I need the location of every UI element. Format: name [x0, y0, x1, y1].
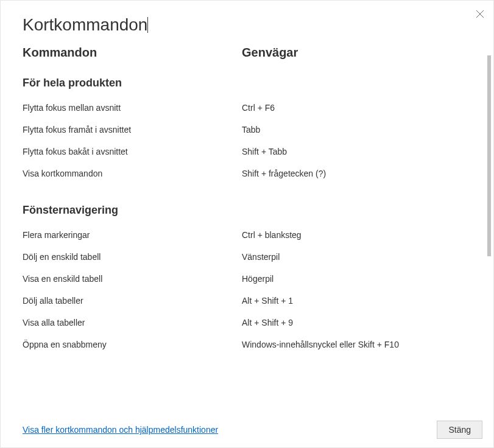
- shortcut-label: Vänsterpil: [242, 252, 280, 262]
- shortcut-label: Alt + Shift + 1: [242, 296, 293, 306]
- command-label: Visa alla tabeller: [23, 318, 242, 327]
- command-label: Dölj alla tabeller: [23, 296, 242, 306]
- command-label: Flytta fokus framåt i avsnittet: [23, 125, 242, 135]
- shortcut-row: Öppna en snabbmenyWindows-innehållsnycke…: [23, 340, 471, 349]
- shortcut-row: Dölj alla tabellerAlt + Shift + 1: [23, 296, 471, 306]
- shortcut-row: Flytta fokus bakåt i avsnittetShift + Ta…: [23, 147, 471, 156]
- command-label: Flytta fokus bakåt i avsnittet: [23, 147, 242, 156]
- shortcut-label: Shift + Tabb: [242, 147, 287, 156]
- column-headers: Kommandon Genvägar: [23, 46, 471, 77]
- more-shortcuts-link[interactable]: Visa fler kortkommandon och hjälpmedelsf…: [23, 425, 218, 435]
- shortcut-row: Dölj en enskild tabellVänsterpil: [23, 252, 471, 262]
- dialog-content: Kortkommandon Kommandon Genvägar För hel…: [1, 1, 493, 412]
- shortcuts-column-header: Genvägar: [242, 46, 471, 60]
- command-label: Dölj en enskild tabell: [23, 252, 242, 262]
- shortcut-label: Windows-innehållsnyckel eller Skift + F1…: [242, 340, 399, 349]
- section-header: Fönsternavigering: [23, 204, 471, 217]
- command-label: Öppna en snabbmeny: [23, 340, 242, 349]
- shortcut-row: Visa kortkommandonShift + frågetecken (?…: [23, 169, 471, 178]
- commands-column-header: Kommandon: [23, 46, 242, 60]
- scrollbar[interactable]: [487, 55, 491, 256]
- shortcut-section: FönsternavigeringFlera markeringarCtrl +…: [23, 204, 471, 349]
- section-header: För hela produkten: [23, 77, 471, 89]
- command-label: Visa en enskild tabell: [23, 274, 242, 284]
- dialog-footer: Visa fler kortkommandon och hjälpmedelsf…: [1, 412, 493, 447]
- shortcut-row: Visa en enskild tabellHögerpil: [23, 274, 471, 284]
- shortcut-label: Alt + Shift + 9: [242, 318, 293, 327]
- shortcut-section: För hela produktenFlytta fokus mellan av…: [23, 77, 471, 178]
- command-label: Visa kortkommandon: [23, 169, 242, 178]
- shortcut-label: Ctrl + F6: [242, 103, 275, 113]
- close-button[interactable]: Stäng: [437, 421, 482, 439]
- shortcut-label: Shift + frågetecken (?): [242, 169, 326, 178]
- dialog-title: Kortkommandon: [23, 15, 147, 35]
- command-label: Flera markeringar: [23, 230, 242, 240]
- shortcut-row: Visa alla tabellerAlt + Shift + 9: [23, 318, 471, 327]
- shortcut-label: Tabb: [242, 125, 260, 135]
- sections-container: För hela produktenFlytta fokus mellan av…: [23, 77, 471, 349]
- shortcut-row: Flytta fokus mellan avsnittCtrl + F6: [23, 103, 471, 113]
- shortcut-row: Flytta fokus framåt i avsnittetTabb: [23, 125, 471, 135]
- shortcut-label: Högerpil: [242, 274, 273, 284]
- command-label: Flytta fokus mellan avsnitt: [23, 103, 242, 113]
- shortcut-label: Ctrl + blanksteg: [242, 230, 302, 240]
- shortcut-row: Flera markeringarCtrl + blanksteg: [23, 230, 471, 240]
